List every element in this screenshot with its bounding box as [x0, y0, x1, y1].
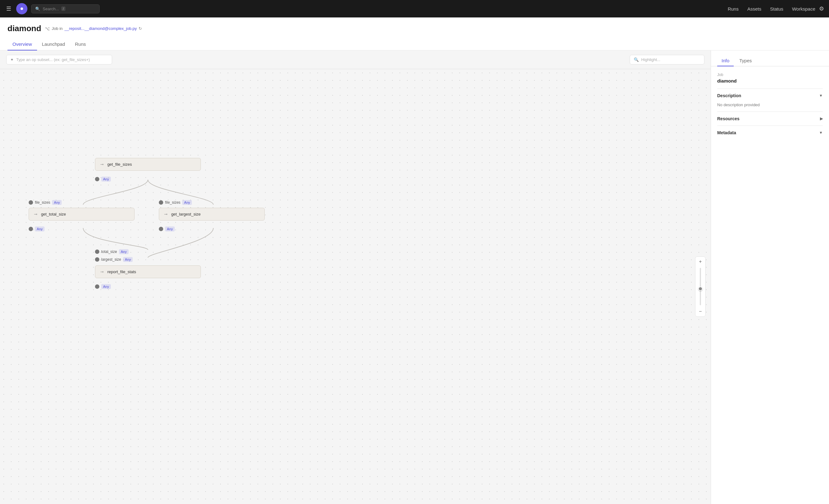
- description-label: Description: [717, 93, 741, 98]
- accordion-resources: Resources ▶: [717, 111, 823, 125]
- search-placeholder: Search...: [43, 6, 59, 11]
- zoom-slider-thumb[interactable]: [698, 287, 702, 291]
- nav-status[interactable]: Status: [770, 6, 784, 11]
- node-label-report-file-stats: report_file_stats: [107, 269, 136, 274]
- node-icon: ⊸: [34, 212, 37, 216]
- tab-info[interactable]: Info: [717, 56, 734, 66]
- node-get-total-size[interactable]: ⊸ get_total_size: [29, 208, 135, 220]
- zoom-slider-track[interactable]: [700, 268, 701, 305]
- any-badge: Any: [123, 257, 133, 262]
- input-label: largest_size: [101, 257, 121, 262]
- resources-toggle-icon: ▶: [820, 116, 823, 121]
- output-get-file-sizes: Any: [95, 177, 111, 182]
- resources-label: Resources: [717, 116, 740, 121]
- accordion-resources-header[interactable]: Resources ▶: [717, 112, 823, 125]
- highlight-filter[interactable]: 🔍 Highlight...: [630, 55, 705, 65]
- job-name: diamond: [717, 78, 823, 83]
- accordion-metadata: Metadata ▼: [717, 125, 823, 140]
- accordion-description: Description ▼ No description provided: [717, 88, 823, 111]
- input-label: total_size: [101, 250, 117, 254]
- node-get-file-sizes[interactable]: ⊸ get_file_sizes: [95, 158, 201, 171]
- any-badge: Any: [101, 284, 111, 289]
- description-text: No description provided: [717, 103, 760, 107]
- tab-runs[interactable]: Runs: [70, 38, 91, 50]
- op-subset-icon: ✦: [10, 57, 14, 62]
- input-dot: [29, 200, 33, 205]
- node-label-get-total-size: get_total_size: [41, 212, 66, 216]
- search-icon: 🔍: [35, 6, 40, 11]
- any-badge: Any: [182, 200, 192, 205]
- output-get-total-size: Any: [29, 226, 44, 231]
- output-get-largest-size: Any: [159, 226, 175, 231]
- filter-bar: ✦ Type an op subset... (ex: get_file_siz…: [0, 50, 711, 69]
- hamburger-icon[interactable]: ☰: [5, 4, 12, 13]
- right-panel-body: Job diamond Description ▼ No description…: [711, 66, 829, 146]
- node-get-largest-size[interactable]: ⊸ get_largest_size: [159, 208, 265, 220]
- op-subset-filter[interactable]: ✦ Type an op subset... (ex: get_file_siz…: [6, 55, 112, 65]
- zoom-in-button[interactable]: +: [695, 257, 706, 267]
- nav-runs[interactable]: Runs: [728, 6, 739, 11]
- node-label-get-largest-size: get_largest_size: [171, 212, 201, 216]
- logo[interactable]: [16, 3, 27, 14]
- input-largest-size: largest_size Any: [95, 257, 133, 262]
- nav-links: Runs Assets Status Workspace: [728, 6, 815, 11]
- top-navigation: ☰ 🔍 Search... / Runs Assets Status Works…: [0, 0, 829, 17]
- node-icon: ⊸: [164, 212, 168, 216]
- node-report-file-stats[interactable]: ⊸ report_file_stats: [95, 265, 201, 278]
- output-dot: [159, 227, 163, 231]
- metadata-label: Metadata: [717, 130, 736, 135]
- page-header: diamond ⌥ Job in __reposit...__diamond@c…: [0, 17, 829, 50]
- svg-point-2: [21, 7, 23, 10]
- input-total-size: total_size Any: [95, 249, 129, 254]
- output-dot: [95, 284, 99, 289]
- output-dot: [95, 177, 99, 181]
- node-label-get-file-sizes: get_file_sizes: [107, 162, 132, 167]
- description-toggle-icon: ▼: [819, 94, 823, 98]
- tab-types[interactable]: Types: [735, 56, 756, 66]
- metadata-toggle-icon: ▼: [819, 131, 823, 135]
- output-dot: [29, 227, 33, 231]
- job-path-link[interactable]: __reposit...__diamond@complex_job.py: [65, 26, 137, 31]
- job-label: Job: [717, 73, 823, 77]
- accordion-metadata-header[interactable]: Metadata ▼: [717, 126, 823, 140]
- input-dot: [95, 257, 99, 262]
- page-title: diamond: [7, 24, 41, 33]
- job-badge-text: Job in: [52, 26, 63, 31]
- input-dot: [95, 250, 99, 254]
- info-section-job: Job diamond: [717, 73, 823, 83]
- highlight-placeholder: Highlight...: [641, 57, 660, 62]
- input-label: file_sizes: [35, 200, 50, 205]
- input-label: file_sizes: [165, 200, 180, 205]
- any-badge: Any: [35, 226, 44, 231]
- graph-canvas[interactable]: ⊸ get_file_sizes Any file_sizes Any ⊸: [0, 69, 711, 504]
- highlight-search-icon: 🔍: [634, 57, 639, 62]
- right-panel: Info Types Job diamond Description ▼ No …: [711, 50, 829, 504]
- global-search[interactable]: 🔍 Search... /: [31, 4, 100, 13]
- output-report-file-stats: Any: [95, 284, 111, 289]
- any-badge: Any: [52, 200, 62, 205]
- zoom-controls: + −: [695, 256, 706, 317]
- any-badge: Any: [165, 226, 175, 231]
- tab-launchpad[interactable]: Launchpad: [37, 38, 70, 50]
- node-icon: ⊸: [100, 162, 104, 167]
- zoom-out-button[interactable]: −: [695, 307, 706, 317]
- any-badge: Any: [101, 177, 111, 182]
- accordion-description-header[interactable]: Description ▼: [717, 89, 823, 103]
- graph-panel: ✦ Type an op subset... (ex: get_file_siz…: [0, 50, 711, 504]
- content-area: ✦ Type an op subset... (ex: get_file_siz…: [0, 50, 829, 504]
- nav-assets[interactable]: Assets: [747, 6, 761, 11]
- search-shortcut: /: [61, 6, 65, 11]
- main-container: diamond ⌥ Job in __reposit...__diamond@c…: [0, 17, 829, 504]
- page-tabs: Overview Launchpad Runs: [7, 38, 822, 50]
- right-panel-tabs: Info Types: [711, 50, 829, 66]
- accordion-description-body: No description provided: [717, 103, 823, 111]
- input-get-largest-size: file_sizes Any: [159, 200, 192, 205]
- input-get-total-size: file_sizes Any: [29, 200, 62, 205]
- any-badge: Any: [119, 249, 129, 254]
- tab-overview[interactable]: Overview: [7, 38, 37, 50]
- nav-workspace[interactable]: Workspace: [792, 6, 815, 11]
- refresh-icon[interactable]: ↻: [139, 26, 142, 31]
- input-dot: [159, 200, 163, 205]
- node-icon: ⊸: [100, 269, 104, 274]
- settings-icon[interactable]: ⚙: [819, 5, 824, 12]
